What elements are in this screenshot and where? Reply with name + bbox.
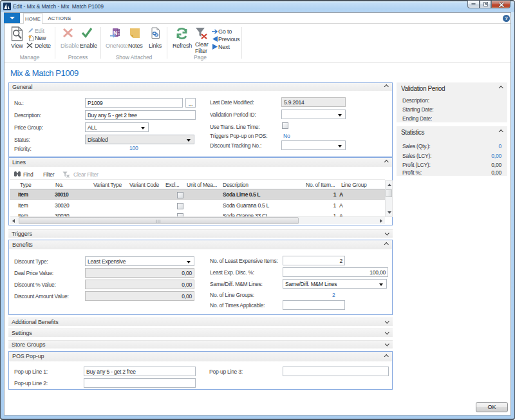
- svg-text:?: ?: [505, 15, 508, 21]
